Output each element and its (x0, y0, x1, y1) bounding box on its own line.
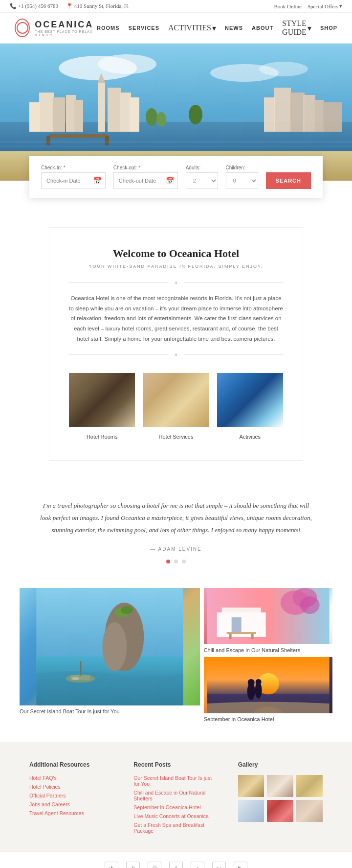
dot-1[interactable] (166, 560, 170, 563)
booking-bar: Check-In: * 📅 Check-out: * 📅 Adults: 2 1… (29, 156, 323, 198)
card-hotel-rooms[interactable]: Hotel Rooms (69, 373, 135, 441)
twitter-icon[interactable]: t (191, 862, 204, 868)
logo-icon (15, 19, 30, 37)
footer-social: ✈ P ◎ f t g+ ▶ (0, 851, 352, 868)
address-info: 📍 410 Sunny St, Florida, Fl (66, 3, 129, 9)
logo-text: OCEANICA THE BEST PLACE TO RELAX & ENJOY (35, 20, 97, 37)
bottom-divider: ⬧ (69, 351, 283, 358)
card-hotel-services[interactable]: Hotel Services (143, 373, 209, 441)
facebook-icon[interactable]: f (169, 862, 183, 868)
svg-point-30 (189, 105, 202, 124)
gallery-thumb-1[interactable] (238, 775, 264, 797)
post-link-3[interactable]: September in Oceanica Hotel (133, 804, 218, 810)
svg-point-34 (102, 622, 127, 671)
book-online-link[interactable]: Book Online (274, 3, 302, 9)
activities-label: Activities (240, 434, 261, 440)
post-link-5[interactable]: Get a Fresh Spa and Breakfast Package (133, 822, 218, 834)
location-icon: 📍 (66, 3, 73, 9)
testimonial-section: I'm a travel photographer so choosing a … (0, 475, 352, 587)
hotel-rooms-image (69, 373, 135, 427)
children-select[interactable]: 0 1 2 (226, 172, 258, 189)
gallery-thumb-2[interactable] (267, 775, 293, 797)
testimonial-author: — ADAM LEVINE (39, 546, 313, 552)
gallery-thumb-4[interactable] (238, 800, 264, 822)
card-activities[interactable]: Activities (217, 373, 283, 441)
children-field: Children: 0 1 2 (226, 165, 258, 189)
boat-tour-caption: Our Secret Island Boat Tour Is just for … (20, 708, 200, 714)
shelters-caption: Chill and Escape in Our Natural Shelters (204, 647, 332, 653)
svg-point-36 (121, 606, 132, 614)
activities-arrow-icon: ▾ (212, 23, 216, 33)
svg-rect-22 (274, 88, 291, 132)
style-guide-arrow-icon: ▾ (308, 23, 311, 33)
september-photo-item[interactable]: September in Oceanica Hotel (204, 657, 332, 722)
svg-rect-23 (290, 93, 305, 132)
post-link-4[interactable]: Live Music Concerts at Oceanica (133, 813, 218, 819)
svg-rect-17 (49, 134, 108, 138)
top-bar-left: 📞 +1 (954) 456 6789 📍 410 Sunny St, Flor… (10, 3, 129, 9)
footer-main: Additional Resources Hotel FAQ's Hotel P… (0, 742, 352, 851)
main-nav: ROOMS SERVICES ACTIVITIES▾ NEWS ABOUT ST… (97, 19, 337, 37)
special-offers-link[interactable]: Special Offers ▾ (308, 3, 342, 9)
adults-field: Adults: 2 1 3 4 (186, 165, 218, 189)
welcome-section-wrapper: Welcome to Oceanica Hotel YOUR WHITE-SAN… (20, 227, 332, 461)
nav-rooms[interactable]: ROOMS (97, 25, 120, 31)
checkin-input-wrapper: 📅 (41, 172, 106, 189)
resource-link-5[interactable]: Travel Agent Resources (29, 810, 114, 816)
activities-image (217, 373, 283, 427)
dot-2[interactable] (174, 560, 178, 563)
nav-about[interactable]: ABOUT (252, 25, 273, 31)
dropdown-arrow-icon: ▾ (339, 3, 342, 9)
svg-rect-12 (98, 83, 105, 132)
checkout-input-wrapper: 📅 (113, 172, 178, 189)
tripadvisor-icon[interactable]: ✈ (105, 862, 118, 868)
svg-rect-7 (39, 93, 54, 132)
adults-select[interactable]: 2 1 3 4 (186, 172, 218, 189)
site-header: OCEANICA THE BEST PLACE TO RELAX & ENJOY… (0, 13, 352, 44)
adults-label: Adults: (186, 165, 218, 170)
welcome-section: Welcome to Oceanica Hotel YOUR WHITE-SAN… (49, 227, 303, 461)
nav-style-guide[interactable]: STYLE GUIDE▾ (282, 19, 311, 37)
resource-link-2[interactable]: Hotel Policies (29, 784, 114, 790)
post-link-1[interactable]: Our Secret Island Boat Tour Is just for … (133, 775, 218, 787)
carousel-dots (39, 560, 313, 563)
google-plus-icon[interactable]: g+ (212, 862, 226, 868)
top-bar: 📞 +1 (954) 456 6789 📍 410 Sunny St, Flor… (0, 0, 352, 13)
checkout-label: Check-out: * (113, 165, 178, 170)
post-link-2[interactable]: Chill and Escape in Our Natural Shelters (133, 790, 218, 801)
testimonial-quote: I'm a travel photographer so choosing a … (39, 500, 313, 536)
gallery-title: Gallery (238, 761, 323, 768)
logo[interactable]: OCEANICA THE BEST PLACE TO RELAX & ENJOY (15, 19, 97, 37)
checkin-label: Check-In: * (41, 165, 106, 170)
photo-large-item[interactable]: Our Secret Island Boat Tour Is just for … (20, 588, 200, 722)
gallery-thumb-6[interactable] (296, 800, 323, 822)
svg-rect-9 (29, 102, 40, 132)
september-caption: September in Oceanica Hotel (204, 716, 332, 722)
shelters-photo-item[interactable]: Chill and Escape in Our Natural Shelters (204, 588, 332, 653)
resources-title: Additional Resources (29, 761, 114, 768)
calendar-icon-2: 📅 (166, 177, 174, 185)
nav-activities[interactable]: ACTIVITIES▾ (168, 23, 216, 33)
posts-title: Recent Posts (133, 761, 218, 768)
nav-services[interactable]: SERVICES (129, 25, 159, 31)
svg-rect-18 (46, 136, 50, 145)
nav-shop[interactable]: SHOP (320, 25, 337, 31)
gallery-thumb-3[interactable] (296, 775, 323, 797)
youtube-icon[interactable]: ▶ (234, 862, 247, 868)
resource-link-4[interactable]: Jobs and Careers (29, 801, 114, 807)
instagram-icon[interactable]: ◎ (148, 862, 161, 868)
pinterest-icon[interactable]: P (126, 862, 140, 868)
dot-3[interactable] (182, 560, 186, 563)
svg-rect-16 (130, 97, 139, 132)
feature-cards: Hotel Rooms Hotel Services Activities (69, 373, 283, 441)
svg-point-57 (247, 679, 254, 686)
top-bar-right: Book Online Special Offers ▾ (274, 3, 342, 9)
gallery-thumb-5[interactable] (267, 800, 293, 822)
svg-point-28 (146, 108, 157, 126)
search-button[interactable]: SEARCH (266, 172, 311, 189)
resource-link-1[interactable]: Hotel FAQ's (29, 775, 114, 781)
resource-link-3[interactable]: Official Partners (29, 793, 114, 798)
divider-icon-2: ⬧ (174, 351, 178, 358)
svg-point-2 (98, 54, 156, 74)
nav-news[interactable]: NEWS (225, 25, 243, 31)
